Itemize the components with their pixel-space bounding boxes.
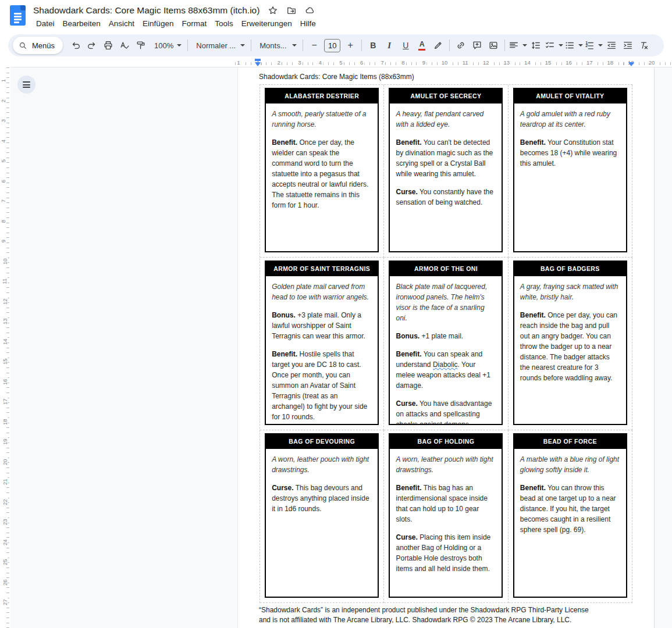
undo-button[interactable] — [68, 38, 83, 53]
card-paragraph: Curse. This bag devours and destroys any… — [272, 483, 372, 514]
magic-item-card[interactable]: AMULET OF SECRECYA heavy, flat pendant c… — [389, 88, 503, 252]
align-button[interactable] — [509, 38, 527, 53]
ruler-label: 3 — [297, 59, 302, 66]
document-title[interactable]: Shadowdark Cards: Core Magic Items 88x63… — [33, 5, 259, 16]
card-title: BAG OF HOLDING — [390, 434, 502, 449]
text-color-icon: A — [418, 41, 425, 51]
print-button[interactable] — [101, 38, 116, 53]
redo-button[interactable] — [84, 38, 99, 53]
magic-item-card[interactable]: BAG OF DEVOURINGA worn, leather pouch wi… — [265, 433, 379, 598]
menu-item[interactable]: Bearbeiten — [59, 18, 105, 29]
ruler-label: 26 — [2, 578, 8, 587]
magic-item-card[interactable]: ALABASTER DESTRIERA smooth, pearly statu… — [265, 88, 379, 252]
menu-item[interactable]: Hilfe — [296, 18, 320, 29]
italic-button[interactable]: I — [382, 38, 397, 53]
horizontal-ruler[interactable]: 11234567891011121314151617181920 — [10, 56, 672, 67]
ruler-label: 25 — [2, 558, 8, 566]
paragraph-lead: Curse. — [396, 533, 417, 541]
bulleted-list-button[interactable] — [564, 38, 583, 53]
ruler-label: 6 — [0, 179, 6, 184]
menu-item[interactable]: Format — [177, 18, 211, 29]
link-icon — [456, 40, 466, 51]
table-cell: ALABASTER DESTRIERA smooth, pearly statu… — [260, 85, 384, 258]
card-title: AMULET OF VITALITY — [514, 89, 626, 104]
magic-item-card[interactable]: ARMOR OF SAINT TERRAGNISGolden plate mai… — [265, 261, 379, 425]
magic-item-card[interactable]: AMULET OF VITALITYA gold amulet with a r… — [513, 88, 627, 252]
menu-item[interactable]: Erweiterungen — [237, 18, 296, 29]
comment-plus-icon — [472, 40, 482, 51]
increase-indent-button[interactable] — [620, 38, 635, 53]
ruler-label: 22 — [2, 498, 8, 506]
card-description: Black plate mail of lacquered, ironwood … — [396, 281, 496, 323]
card-paragraph: Benefit. Your Constitution stat becomes … — [520, 137, 620, 169]
menu-item[interactable]: Einfügen — [138, 18, 177, 29]
paragraph-lead: Bonus. — [272, 311, 296, 319]
outline-list-icon — [23, 80, 30, 90]
card-description: A marble with a blue ring of light glowi… — [520, 454, 620, 475]
magic-item-card[interactable]: BAG OF BADGERSA gray, fraying sack matte… — [513, 261, 627, 425]
checklist-button[interactable] — [545, 38, 563, 53]
show-outline-button[interactable] — [17, 76, 35, 94]
table-cell: ARMOR OF SAINT TERRAGNISGolden plate mai… — [260, 258, 384, 430]
insert-link-button[interactable] — [453, 38, 468, 53]
paint-format-button[interactable] — [133, 38, 148, 53]
license-footer[interactable]: “Shadowdark Cards” is an independent pro… — [259, 605, 643, 626]
ruler-label: 8 — [0, 219, 6, 224]
ruler-label: 7 — [380, 59, 385, 66]
paragraph-lead: Bonus. — [396, 332, 419, 340]
card-paragraph: Benefit. Once per day, you can reach ins… — [520, 310, 620, 383]
ruler-label: 8 — [400, 59, 406, 66]
google-docs-logo-icon[interactable] — [10, 5, 26, 26]
search-menus-button[interactable]: Menüs — [13, 37, 63, 54]
document-page[interactable]: Shadowdark Cards: Core Magic Items (88x6… — [237, 67, 672, 628]
move-folder-icon[interactable] — [286, 5, 297, 16]
numbered-list-button[interactable]: 1 2 — [584, 38, 603, 53]
bold-button[interactable]: B — [365, 38, 381, 53]
increase-font-size-button[interactable]: + — [343, 38, 358, 53]
card-body: Black plate mail of lacquered, ironwood … — [390, 276, 502, 425]
vertical-ruler[interactable]: 1234567891011121314151617181920212223242… — [0, 67, 10, 628]
card-body: A worn, leather pouch with tight drawstr… — [266, 449, 378, 514]
first-line-indent-marker[interactable] — [255, 59, 261, 61]
menu-item[interactable]: Datei — [32, 18, 59, 29]
card-body: A worn, leather pouch with tight drawstr… — [390, 449, 502, 574]
highlight-color-button[interactable] — [431, 38, 446, 53]
scrollbar-track[interactable] — [654, 67, 672, 628]
ruler-label: 1 — [0, 78, 6, 83]
paragraph-style-select[interactable]: Normaler ... — [191, 38, 247, 53]
magic-item-card[interactable]: ARMOR OF THE ONIBlack plate mail of lacq… — [389, 261, 503, 425]
font-size-input[interactable]: 10 — [324, 39, 340, 52]
card-description: Golden plate mail carved from head to to… — [272, 281, 372, 302]
line-spacing-button[interactable] — [528, 38, 543, 53]
align-left-icon — [509, 40, 519, 51]
page-heading[interactable]: Shadowdark Cards: Core Magic Items (88x6… — [259, 73, 414, 81]
decrease-indent-button[interactable] — [604, 38, 619, 53]
font-family-select[interactable]: Monts... — [255, 38, 299, 53]
paragraph-lead: Curse. — [396, 399, 417, 408]
left-indent-marker[interactable] — [255, 62, 261, 66]
misspelled-word: Diabolic — [433, 361, 458, 369]
add-comment-button[interactable] — [470, 38, 485, 53]
clear-formatting-button[interactable] — [637, 38, 652, 53]
spellcheck-button[interactable] — [117, 38, 132, 53]
card-body: A smooth, pearly statuette of a running … — [266, 104, 378, 210]
cloud-status-icon[interactable] — [305, 5, 315, 16]
ruler-label: 14 — [2, 337, 8, 346]
ruler-label: 11 — [1, 277, 8, 286]
zoom-select[interactable]: 100% — [150, 38, 184, 53]
insert-image-button[interactable] — [486, 38, 501, 53]
table-cell: BEAD OF FORCEA marble with a blue ring o… — [509, 430, 632, 603]
right-indent-marker[interactable] — [628, 62, 634, 66]
star-icon[interactable] — [268, 5, 278, 16]
decrease-font-size-button[interactable]: − — [307, 38, 322, 53]
magic-item-card[interactable]: BEAD OF FORCEA marble with a blue ring o… — [513, 433, 627, 598]
menu-item[interactable]: Tools — [211, 18, 237, 29]
ruler-label: 17 — [585, 59, 594, 66]
paragraph-lead: Benefit. — [520, 484, 546, 492]
magic-item-card[interactable]: BAG OF HOLDINGA worn, leather pouch with… — [389, 433, 503, 598]
spellcheck-icon — [119, 40, 130, 51]
menu-bar: DateiBearbeitenAnsichtEinfügenFormatTool… — [32, 18, 320, 29]
text-color-button[interactable]: A — [414, 38, 429, 53]
menu-item[interactable]: Ansicht — [105, 18, 138, 29]
underline-button[interactable]: U — [398, 38, 413, 53]
